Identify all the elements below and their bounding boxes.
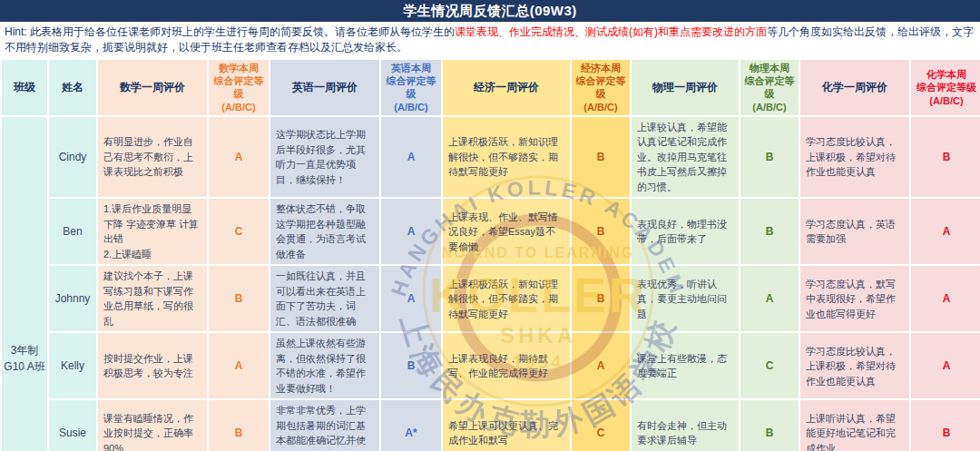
hint-text: Hint: 此表格用于给各位任课老师对班上的学生进行每周的简要反馈。请各位老师从…	[0, 22, 980, 58]
table-row: Kelly按时提交作业，上课积极思考，较为专注A虽然上课依然有些游离，但依然保持…	[2, 333, 980, 398]
table-row: Ben1.课后作业质量明显下降 字迹变潦草 计算出错 2.上课瞌睡C整体状态不错…	[2, 199, 980, 264]
chem-grade-cell[interactable]: A	[911, 266, 980, 331]
table-body: 3年制 G10 A班Cindy有明显进步，作业自己有思考不敷衍，上课表现比之前积…	[2, 117, 980, 451]
econ-grade-cell[interactable]: A	[572, 333, 630, 398]
physics-comment-cell[interactable]: 上课较认真，希望能认真记笔记和完成作业。改掉用马克笔往书皮上写然后又擦掉的习惯。	[632, 117, 739, 198]
physics-comment-cell[interactable]: 课堂上有些散漫，态度要端正	[632, 333, 739, 398]
math-comment-cell[interactable]: 建议找个本子，上课写练习题和下课写作业总用草纸，写的很乱	[98, 266, 207, 331]
english-grade-cell[interactable]: A*	[381, 400, 441, 451]
header-physics-grade[interactable]: 物理本周 综合评定等级 (A/B/C)	[740, 60, 799, 115]
chem-grade-cell[interactable]: A	[911, 199, 980, 264]
math-comment-cell[interactable]: 有明显进步，作业自己有思考不敷衍，上课表现比之前积极	[98, 117, 207, 198]
math-comment-cell[interactable]: 1.课后作业质量明显下降 字迹变潦草 计算出错 2.上课瞌睡	[98, 199, 207, 264]
econ-grade-cell[interactable]: B	[572, 266, 630, 331]
econ-grade-cell[interactable]: B	[572, 199, 630, 264]
header-row: 班级 姓名 数学一周评价 数学本周 综合评定等级 (A/B/C) 英语一周评价 …	[2, 60, 980, 115]
english-comment-cell[interactable]: 整体状态不错，争取这学期把各种题型融会贯通，为语言考试做准备	[270, 199, 379, 264]
chem-comment-cell[interactable]: 学习态度认真，默写中表现很好，希望作业也能写得更好	[800, 266, 909, 331]
math-grade-cell[interactable]: A	[209, 333, 269, 398]
econ-comment-cell[interactable]: 希望上课可以更认真、完成作业和默写	[443, 400, 570, 451]
physics-comment-cell[interactable]: 表现优秀，听讲认真，要更主动地问问题	[632, 266, 739, 331]
header-math-grade[interactable]: 数学本周 综合评定等级 (A/B/C)	[209, 60, 269, 115]
header-math-comment[interactable]: 数学一周评价	[98, 60, 207, 115]
header-econ-comment[interactable]: 经济一周评价	[443, 60, 570, 115]
header-class[interactable]: 班级	[2, 60, 47, 115]
english-grade-cell[interactable]: A	[381, 266, 441, 331]
chem-comment-cell[interactable]: 学习态度认真，英语需要加强	[800, 199, 909, 264]
physics-grade-cell[interactable]: A	[740, 266, 799, 331]
econ-comment-cell[interactable]: 上课积极活跃，新知识理解很快，但不够踏实，期待默写能更好	[443, 117, 570, 198]
table-row: Susie课堂有瞌睡情况，作业按时提交，正确率90%B非常非常优秀，上学期包括暑…	[2, 400, 980, 451]
english-comment-cell[interactable]: 这学期状态比上学期后半段好很多，尤其听力一直是优势项目，继续保持！	[270, 117, 379, 198]
header-chem-comment[interactable]: 化学一周评价	[800, 60, 909, 115]
student-name-cell[interactable]: Cindy	[49, 117, 96, 198]
physics-comment-cell[interactable]: 表现良好，物理书没带，后面带来了	[632, 199, 739, 264]
english-comment-cell[interactable]: 虽然上课依然有些游离，但依然保持了很不错的水准，希望作业要做好哦！	[270, 333, 379, 398]
header-name[interactable]: 姓名	[49, 60, 96, 115]
chem-grade-cell[interactable]: B	[911, 117, 980, 198]
math-grade-cell[interactable]: B	[209, 266, 269, 331]
math-comment-cell[interactable]: 课堂有瞌睡情况，作业按时提交，正确率90%	[98, 400, 207, 451]
math-grade-cell[interactable]: C	[209, 199, 269, 264]
student-name-cell[interactable]: Kelly	[49, 333, 96, 398]
chem-comment-cell[interactable]: 学习态度比较认真，上课积极，希望对待作业也能更认真	[800, 117, 909, 198]
student-name-cell[interactable]: Johnny	[49, 266, 96, 331]
table-row: Johnny建议找个本子，上课写练习题和下课写作业总用草纸，写的很乱B一如既往认…	[2, 266, 980, 331]
econ-comment-cell[interactable]: 上课表现、作业、默写情况良好，希望Essay题不要偷懒	[443, 199, 570, 264]
page-title: 学生情况周反馈汇总(09W3)	[0, 0, 980, 22]
math-comment-cell[interactable]: 按时提交作业，上课积极思考，较为专注	[98, 333, 207, 398]
header-english-comment[interactable]: 英语一周评价	[270, 60, 379, 115]
physics-grade-cell[interactable]: B	[740, 400, 799, 451]
physics-grade-cell[interactable]: B	[740, 117, 799, 198]
chem-comment-cell[interactable]: 学习态度比较认真，上课积极，希望对待作业也能更认真	[800, 333, 909, 398]
chem-grade-cell[interactable]: A	[911, 333, 980, 398]
english-grade-cell[interactable]: B	[381, 333, 441, 398]
class-cell[interactable]: 3年制 G10 A班	[2, 117, 47, 451]
math-grade-cell[interactable]: B	[209, 400, 269, 451]
hint-part-1: Hint: 此表格用于给各位任课老师对班上的学生进行每周的简要反馈。请各位老师从…	[5, 25, 455, 38]
english-comment-cell[interactable]: 一如既往认真，并且可以看出来在英语上面下了苦功夫，词汇、语法都很准确	[270, 266, 379, 331]
physics-comment-cell[interactable]: 有时会走神，但主动要求课后辅导	[632, 400, 739, 451]
physics-grade-cell[interactable]: B	[740, 199, 799, 264]
econ-grade-cell[interactable]: B	[572, 117, 630, 198]
chem-grade-cell[interactable]: B	[911, 400, 980, 451]
table-row: 3年制 G10 A班Cindy有明显进步，作业自己有思考不敷衍，上课表现比之前积…	[2, 117, 980, 198]
econ-comment-cell[interactable]: 上课表现良好，期待默写、作业能完成得更好	[443, 333, 570, 398]
econ-grade-cell[interactable]: C	[572, 400, 630, 451]
english-comment-cell[interactable]: 非常非常优秀，上学期包括暑期的词汇基本都能准确记忆并使用，非常让老师惊喜	[270, 400, 379, 451]
header-english-grade[interactable]: 英语本周 综合评定等级 (A/B/C)	[381, 60, 441, 115]
math-grade-cell[interactable]: A	[209, 117, 269, 198]
hint-part-red: 课堂表现、作业完成情况、测试成绩(如有)和重点需要改进的方面	[455, 25, 767, 38]
header-econ-grade[interactable]: 经济本周 综合评定等级 (A/B/C)	[572, 60, 630, 115]
english-grade-cell[interactable]: A	[381, 199, 441, 264]
physics-grade-cell[interactable]: C	[740, 333, 799, 398]
econ-comment-cell[interactable]: 上课积极活跃，新知识理解很快，但不够踏实，期待默写能更好	[443, 266, 570, 331]
feedback-table: 班级 姓名 数学一周评价 数学本周 综合评定等级 (A/B/C) 英语一周评价 …	[0, 58, 980, 451]
header-chem-grade[interactable]: 化学本周 综合评定等级 (A/B/C)	[911, 60, 980, 115]
student-name-cell[interactable]: Ben	[49, 199, 96, 264]
student-name-cell[interactable]: Susie	[49, 400, 96, 451]
chem-comment-cell[interactable]: 上课听讲认真，希望能更好地记笔记和完成作业	[800, 400, 909, 451]
english-grade-cell[interactable]: A	[381, 117, 441, 198]
header-physics-comment[interactable]: 物理一周评价	[632, 60, 739, 115]
